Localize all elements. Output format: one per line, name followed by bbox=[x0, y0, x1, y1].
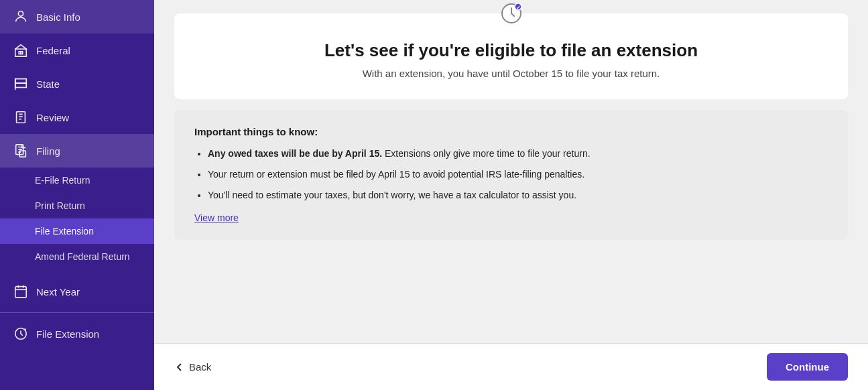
sidebar-footer-file-extension[interactable]: File Extension bbox=[0, 317, 154, 350]
sidebar-item-filing[interactable]: Filing bbox=[0, 134, 154, 168]
info-card-title: Important things to know: bbox=[194, 126, 828, 137]
building-icon bbox=[13, 43, 28, 58]
bullet-text-3: You'll need to estimate your taxes, but … bbox=[208, 190, 576, 200]
sidebar-sub-amend-federal[interactable]: Amend Federal Return bbox=[0, 244, 154, 269]
flag-icon bbox=[13, 76, 28, 91]
footer-bar: Back Continue bbox=[154, 343, 868, 390]
hero-subtitle: With an extension, you have until Octobe… bbox=[201, 68, 821, 79]
view-more-button[interactable]: View more bbox=[194, 212, 239, 223]
svg-rect-4 bbox=[15, 79, 27, 83]
list-item: Your return or extension must be filed b… bbox=[208, 168, 828, 182]
list-item: You'll need to estimate your taxes, but … bbox=[208, 188, 828, 202]
clock-icon bbox=[13, 326, 28, 341]
sidebar-sub-label: File Extension bbox=[35, 226, 94, 237]
sidebar-item-federal[interactable]: Federal bbox=[0, 34, 154, 67]
sidebar-item-state[interactable]: State bbox=[0, 67, 154, 101]
sidebar-sub-file-extension[interactable]: File Extension bbox=[0, 218, 154, 244]
person-icon bbox=[13, 9, 28, 24]
calendar-icon bbox=[13, 284, 28, 299]
bullet-text-2: Your return or extension must be filed b… bbox=[208, 169, 584, 180]
bullet-text-1: Extensions only give more time to file y… bbox=[385, 148, 591, 159]
sidebar-item-review[interactable]: Review bbox=[0, 101, 154, 134]
sidebar-sub-print-return[interactable]: Print Return bbox=[0, 193, 154, 218]
sidebar-sub-label: E-File Return bbox=[35, 175, 90, 186]
info-card: Important things to know: Any owed taxes… bbox=[174, 110, 848, 240]
sidebar-item-label: Review bbox=[36, 112, 69, 123]
sidebar-divider bbox=[0, 312, 154, 313]
sidebar-sub-label: Print Return bbox=[35, 200, 85, 211]
list-item: Any owed taxes will be due by April 15. … bbox=[208, 147, 828, 161]
svg-rect-3 bbox=[21, 52, 23, 54]
main-content: ✓ Let's see if you're eligible to file a… bbox=[154, 0, 868, 390]
sidebar-sub-efile-return[interactable]: E-File Return bbox=[0, 168, 154, 193]
svg-rect-13 bbox=[15, 287, 27, 298]
sidebar-item-label: State bbox=[36, 78, 60, 90]
info-card-list: Any owed taxes will be due by April 15. … bbox=[194, 147, 828, 202]
svg-rect-5 bbox=[15, 83, 27, 87]
back-button[interactable]: Back bbox=[174, 361, 211, 373]
file-icon bbox=[13, 143, 28, 158]
continue-button[interactable]: Continue bbox=[767, 353, 848, 381]
sidebar-item-label: Federal bbox=[36, 45, 70, 56]
sidebar-footer-label: File Extension bbox=[36, 328, 99, 340]
clipboard-icon bbox=[13, 110, 28, 125]
sidebar: Basic Info Federal State Review bbox=[0, 0, 154, 390]
sidebar-sub-label: Amend Federal Return bbox=[35, 251, 130, 262]
sidebar-item-label: Filing bbox=[36, 145, 60, 157]
back-label: Back bbox=[189, 361, 211, 373]
sidebar-item-basic-info[interactable]: Basic Info bbox=[0, 0, 154, 34]
bullet-bold-1: Any owed taxes will be due by April 15. bbox=[208, 148, 382, 159]
chevron-left-icon bbox=[174, 362, 185, 373]
svg-rect-7 bbox=[17, 112, 25, 123]
content-area: ✓ Let's see if you're eligible to file a… bbox=[154, 0, 868, 343]
hero-title: Let's see if you're eligible to file an … bbox=[201, 40, 821, 61]
sidebar-item-label: Next Year bbox=[36, 286, 80, 298]
sidebar-item-next-year[interactable]: Next Year bbox=[0, 275, 154, 308]
sidebar-item-label: Basic Info bbox=[36, 11, 80, 23]
extension-icon: ✓ bbox=[499, 1, 523, 25]
svg-text:✓: ✓ bbox=[515, 5, 520, 11]
hero-card: ✓ Let's see if you're eligible to file a… bbox=[174, 13, 848, 99]
svg-point-0 bbox=[18, 11, 23, 16]
